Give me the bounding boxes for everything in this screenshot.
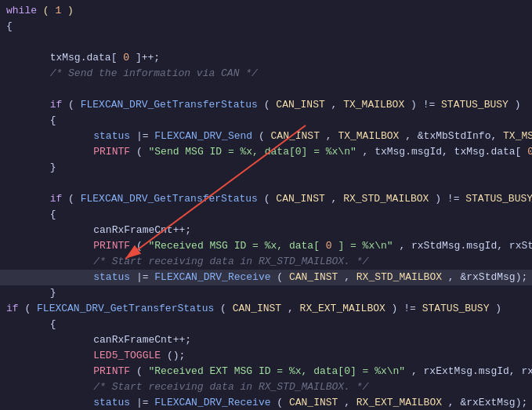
code-line-20: if ( FLEXCAN_DRV_GetTransferStatus ( CAN… bbox=[0, 301, 532, 317]
keyword-while: while bbox=[6, 5, 37, 16]
code-line-15: canRxFrameCnt++; bbox=[0, 223, 532, 238]
code-editor: while ( 1 ) { txMsg.data[ 0 ]++; /* Send… bbox=[0, 0, 532, 410]
code-line-26: status |= FLEXCAN_DRV_Receive ( CAN_INST… bbox=[0, 395, 532, 410]
code-line-14: { bbox=[0, 207, 532, 223]
code-line-1: while ( 1 ) bbox=[0, 3, 532, 19]
code-line-3 bbox=[0, 34, 532, 50]
code-line-17: /* Start receiving data in RX_STD_MAILBO… bbox=[0, 254, 532, 270]
code-line-11: } bbox=[0, 160, 532, 176]
code-line-10: PRINTF ( "Send MSG ID = %x, data[0] = %x… bbox=[0, 144, 532, 160]
code-line-4: txMsg.data[ 0 ]++; bbox=[0, 50, 532, 66]
code-line-19: } bbox=[0, 285, 532, 301]
code-line-2: { bbox=[0, 19, 532, 34]
code-line-7: if ( FLEXCAN_DRV_GetTransferStatus ( CAN… bbox=[0, 97, 532, 113]
code-line-18: status |= FLEXCAN_DRV_Receive ( CAN_INST… bbox=[0, 270, 532, 285]
code-line-13: if ( FLEXCAN_DRV_GetTransferStatus ( CAN… bbox=[0, 191, 532, 207]
code-line-21: { bbox=[0, 317, 532, 332]
code-line-23: LED5_TOGGLE (); bbox=[0, 348, 532, 364]
code-line-9: status |= FLEXCAN_DRV_Send ( CAN_INST , … bbox=[0, 129, 532, 144]
code-line-16: PRINTF ( "Received MSG ID = %x, data[ 0 … bbox=[0, 238, 532, 254]
code-line-12 bbox=[0, 176, 532, 191]
code-line-8: { bbox=[0, 113, 532, 129]
code-line-24: PRINTF ( "Received EXT MSG ID = %x, data… bbox=[0, 364, 532, 379]
code-line-6 bbox=[0, 82, 532, 97]
code-line-22: canRxFrameCnt++; bbox=[0, 332, 532, 348]
code-line-5: /* Send the information via CAN */ bbox=[0, 66, 532, 82]
code-line-25: /* Start receiving data in RX_STD_MAILBO… bbox=[0, 379, 532, 395]
